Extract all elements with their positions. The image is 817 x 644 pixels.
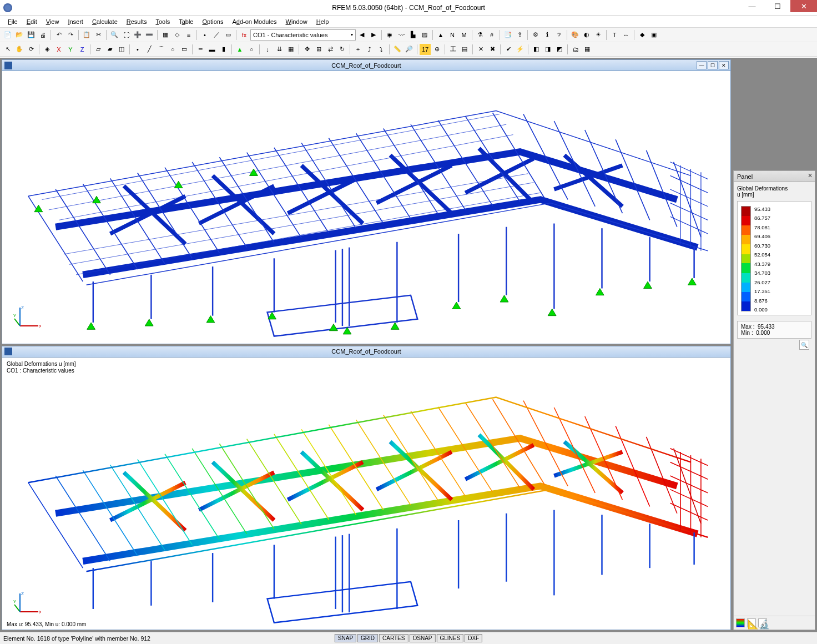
minimize-button[interactable]: — <box>739 0 765 12</box>
sec-icon[interactable]: 工 <box>447 44 458 55</box>
view1-minimize-button[interactable]: — <box>697 61 707 69</box>
panel-tab-filter[interactable]: 🔬 <box>758 618 767 627</box>
deform-icon[interactable]: 〰 <box>396 29 407 41</box>
rect-icon[interactable]: ▭ <box>179 44 190 55</box>
hinge-icon[interactable]: ○ <box>246 44 257 55</box>
values-icon[interactable]: # <box>486 29 497 41</box>
save-icon[interactable]: 💾 <box>26 29 37 41</box>
report-icon[interactable]: 📑 <box>502 29 513 41</box>
calc-icon[interactable]: fx <box>239 29 250 41</box>
prev-icon[interactable]: ◀ <box>356 29 367 41</box>
module2-icon[interactable]: ◨ <box>542 44 553 55</box>
layers-icon[interactable]: ≡ <box>183 29 194 41</box>
menu-file[interactable]: File <box>3 17 22 26</box>
view1-close-button[interactable]: ✕ <box>719 61 729 69</box>
toggle-snap[interactable]: SNAP <box>335 634 356 642</box>
panel-expand-button[interactable]: 🔍 <box>799 340 809 350</box>
menu-window[interactable]: Window <box>281 17 312 26</box>
node-icon[interactable]: • <box>199 29 210 41</box>
contour-icon[interactable]: ▨ <box>419 29 430 41</box>
export-icon[interactable]: ⇪ <box>514 29 525 41</box>
results-canvas[interactable]: Global Deformations u [mm] CO1 : Charact… <box>2 358 730 630</box>
member-add-icon[interactable]: ━ <box>195 44 206 55</box>
menu-help[interactable]: Help <box>312 17 334 26</box>
zoom-out-icon[interactable]: ➖ <box>144 29 155 41</box>
menu-edit[interactable]: Edit <box>22 17 42 26</box>
menu-table[interactable]: Table <box>174 17 198 26</box>
panel-tab-colorscale[interactable] <box>736 618 745 627</box>
view-z-icon[interactable]: Z <box>77 44 88 55</box>
table-icon[interactable]: ▦ <box>582 44 593 55</box>
internal-forces-icon[interactable]: N <box>447 29 458 41</box>
light-icon[interactable]: ☀ <box>593 29 604 41</box>
undo-icon[interactable]: ↶ <box>53 29 64 41</box>
pan-icon[interactable]: ✋ <box>14 44 25 55</box>
view-titlebar-2[interactable]: CCM_Roof_of_Foodcourt <box>2 346 730 358</box>
support-react-icon[interactable]: ▲ <box>435 29 446 41</box>
maximize-button[interactable]: ☐ <box>765 0 790 12</box>
zoom-in-icon[interactable]: ➕ <box>132 29 143 41</box>
help-icon[interactable]: ? <box>553 29 564 41</box>
load-line-icon[interactable]: ⇊ <box>274 44 285 55</box>
zoom-icon[interactable]: 🔍 <box>109 29 120 41</box>
menu-insert[interactable]: Insert <box>63 17 88 26</box>
num-on-icon[interactable]: 17 <box>420 44 431 55</box>
misc2-icon[interactable]: ▣ <box>648 29 659 41</box>
redo-icon[interactable]: ↷ <box>65 29 76 41</box>
extend-icon[interactable]: ⤴ <box>364 44 375 55</box>
copy-icon[interactable]: 📋 <box>81 29 92 41</box>
loadcase-combo[interactable]: CO1 - Characteristic values ▾ <box>250 29 356 41</box>
dim-icon[interactable]: ↔ <box>621 29 632 41</box>
solid-icon[interactable]: ▰ <box>104 44 115 55</box>
misc1-icon[interactable]: ◆ <box>637 29 648 41</box>
color-icon[interactable]: 🎨 <box>569 29 581 41</box>
properties-icon[interactable]: ⚙ <box>530 29 541 41</box>
toggle-dxf[interactable]: DXF <box>465 634 482 642</box>
menu-results[interactable]: Results <box>122 17 152 26</box>
snap-icon[interactable]: ◇ <box>172 29 183 41</box>
panel-header[interactable]: Panel ✕ <box>734 171 815 182</box>
select-icon[interactable]: ↖ <box>2 44 13 55</box>
circle-icon[interactable]: ○ <box>167 44 178 55</box>
model-canvas[interactable]: X Y Z <box>2 71 730 344</box>
arc-icon[interactable]: ⌒ <box>155 44 167 55</box>
toggle-grid[interactable]: GRID <box>357 634 378 642</box>
info-icon[interactable]: ℹ <box>542 29 553 41</box>
move-icon[interactable]: ✥ <box>301 44 312 55</box>
member-icon[interactable]: ／ <box>211 29 222 41</box>
menu-calculate[interactable]: Calculate <box>88 17 122 26</box>
trans-icon[interactable]: ◫ <box>116 44 127 55</box>
menu-view[interactable]: View <box>42 17 64 26</box>
navigator-icon[interactable]: 🗂 <box>570 44 581 55</box>
wire-icon[interactable]: ▱ <box>93 44 104 55</box>
module3-icon[interactable]: ◩ <box>554 44 565 55</box>
support-add-icon[interactable]: ▲ <box>234 44 245 55</box>
zoom-fit-icon[interactable]: ⛶ <box>120 29 132 41</box>
rotate-icon[interactable]: ⟳ <box>26 44 37 55</box>
trim-icon[interactable]: ⤵ <box>376 44 387 55</box>
results-on-icon[interactable]: ◉ <box>384 29 395 41</box>
toggle-osnap[interactable]: OSNAP <box>409 634 435 642</box>
diagram-icon[interactable]: ▙ <box>407 29 418 41</box>
menu-options[interactable]: Options <box>198 17 228 26</box>
panel-tab-factors[interactable]: 📐 <box>747 618 756 627</box>
check-icon[interactable]: ✔ <box>503 44 514 55</box>
mirror-icon[interactable]: ⇄ <box>325 44 336 55</box>
solid-add-icon[interactable]: ▮ <box>218 44 229 55</box>
panel-close-button[interactable]: ✕ <box>808 172 813 179</box>
gen-icon[interactable]: ⚡ <box>515 44 526 55</box>
cross2-icon[interactable]: ✖ <box>487 44 498 55</box>
toggle-cartes[interactable]: CARTES <box>379 634 408 642</box>
rotate-obj-icon[interactable]: ↻ <box>336 44 347 55</box>
new-icon[interactable]: 📄 <box>2 29 13 41</box>
node-draw-icon[interactable]: • <box>132 44 143 55</box>
next-icon[interactable]: ▶ <box>368 29 379 41</box>
measure-icon[interactable]: 📏 <box>392 44 403 55</box>
close-button[interactable]: ✕ <box>790 0 817 12</box>
grid-icon[interactable]: ▦ <box>160 29 171 41</box>
toggle-glines[interactable]: GLINES <box>436 634 463 642</box>
render-icon[interactable]: ◐ <box>581 29 592 41</box>
view-x-icon[interactable]: X <box>53 44 64 55</box>
surf-add-icon[interactable]: ▬ <box>206 44 218 55</box>
menu-tools[interactable]: Tools <box>151 17 174 26</box>
